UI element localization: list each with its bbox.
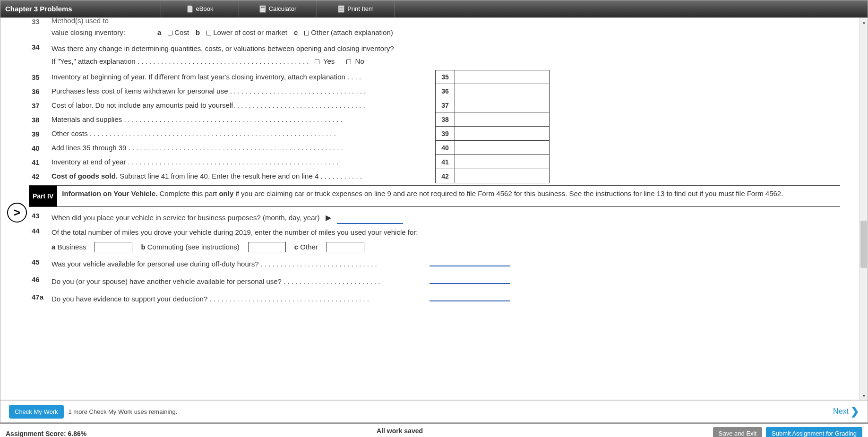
line-33-cut-text: Method(s) used to xyxy=(52,17,109,26)
checkbox-lower-cost[interactable] xyxy=(206,31,211,35)
next-button[interactable]: Next ❯ xyxy=(833,405,859,418)
line-38-number: 38 xyxy=(29,116,52,124)
assignment-score: Assignment Score: 6.86% xyxy=(6,430,86,437)
line-33-lead: value closing inventory: xyxy=(52,28,125,36)
box-39-value[interactable] xyxy=(455,127,550,141)
box-42-num: 42 xyxy=(435,169,455,183)
vertical-scrollbar[interactable]: ▴ ▾ xyxy=(859,17,868,400)
line-33-b-label: Lower of cost or market xyxy=(213,28,287,36)
submit-button[interactable]: Submit Assignment for Grading xyxy=(766,427,862,437)
checkbox-other[interactable] xyxy=(304,31,309,35)
calculator-label: Calculator xyxy=(269,5,297,12)
checkbox-no[interactable] xyxy=(346,60,351,64)
box-40-value[interactable] xyxy=(455,141,550,155)
line-35-text: Inventory at beginning of year. If diffe… xyxy=(52,71,435,83)
box-40-num: 40 xyxy=(435,141,455,155)
part-iv-description: Information on Your Vehicle. Complete th… xyxy=(57,186,788,206)
line-42-text: Cost of goods sold. Subtract line 41 fro… xyxy=(52,171,435,182)
next-label: Next xyxy=(833,407,849,416)
line-43-input[interactable] xyxy=(337,215,403,224)
line-45-number: 45 xyxy=(29,258,52,266)
check-my-work-button[interactable]: Check My Work xyxy=(9,405,64,419)
print-label: Print Item xyxy=(347,5,374,12)
line-42-rest: Subtract line 41 from line 40. Enter the… xyxy=(118,172,362,180)
action-bar: Check My Work 1 more Check My Work uses … xyxy=(0,400,868,422)
part-iv-header: Part IV Information on Your Vehicle. Com… xyxy=(29,185,840,207)
line-47a-input[interactable] xyxy=(430,293,510,301)
line-44-c-letter: c xyxy=(294,243,298,251)
checkbox-yes[interactable] xyxy=(315,60,319,64)
line-38-text: Materials and supplies . . . . . . . . .… xyxy=(52,114,435,125)
box-36-num: 36 xyxy=(435,84,455,98)
line-33-number: 33 xyxy=(29,17,52,26)
ebook-button[interactable]: eBook xyxy=(161,0,239,17)
line-46-number: 46 xyxy=(29,275,52,283)
line-44-a-input[interactable] xyxy=(95,242,132,252)
line-46-row: Do you (or your spouse) have another veh… xyxy=(52,275,840,287)
line-40-number: 40 xyxy=(29,144,52,152)
line-34-sub: If "Yes," attach explanation . . . . . .… xyxy=(52,57,309,65)
line-39-text: Other costs . . . . . . . . . . . . . . … xyxy=(52,128,435,139)
box-35-num: 35 xyxy=(435,70,455,84)
line-46-input[interactable] xyxy=(430,275,510,284)
line-33-c-letter: c xyxy=(294,28,298,36)
part-iv-only: only xyxy=(219,189,233,197)
line-44-a-letter: a xyxy=(52,243,55,251)
line-36-number: 36 xyxy=(29,87,52,95)
line-33-b-letter: b xyxy=(196,28,200,36)
box-37-num: 37 xyxy=(435,98,455,112)
save-exit-button[interactable]: Save and Exit xyxy=(713,427,762,437)
line-37-number: 37 xyxy=(29,102,52,110)
check-remaining-text: 1 more Check My Work uses remaining. xyxy=(69,408,178,415)
box-36-value[interactable] xyxy=(455,84,550,98)
part-iv-lead: Information on Your Vehicle. xyxy=(62,189,157,197)
box-38-value[interactable] xyxy=(455,112,550,127)
line-35-number: 35 xyxy=(29,73,52,81)
line-36-text: Purchases less cost of items withdrawn f… xyxy=(52,86,435,97)
scroll-up-arrow[interactable]: ▴ xyxy=(859,17,868,26)
line-44-c-input[interactable] xyxy=(327,242,364,252)
line-41-number: 41 xyxy=(29,158,52,166)
book-icon xyxy=(187,5,193,13)
line-33-a-label: Cost xyxy=(174,28,189,36)
scroll-down-arrow[interactable]: ▾ xyxy=(859,391,868,400)
calculator-button[interactable]: Calculator xyxy=(239,0,317,17)
part-iv-mid1: Complete this part xyxy=(157,189,219,197)
line-33-c-label: Other (attach explanation) xyxy=(311,28,393,36)
box-35-value[interactable] xyxy=(455,70,550,84)
line-45-text: Was your vehicle available for personal … xyxy=(52,258,430,270)
line-44-text: Of the total number of miles you drove y… xyxy=(52,227,840,238)
svg-rect-1 xyxy=(261,7,265,8)
line-41-text: Inventory at end of year . . . . . . . .… xyxy=(52,156,435,168)
page-footer: Assignment Score: 6.86% All work saved S… xyxy=(0,423,868,437)
side-nav-next[interactable]: > xyxy=(7,203,27,223)
top-toolbar: Chapter 3 Problems eBook Calculator Prin… xyxy=(0,0,868,17)
line-42-number: 42 xyxy=(29,172,52,180)
line-34-number: 34 xyxy=(29,43,52,51)
line-34-text: Was there any change in determining quan… xyxy=(52,43,840,54)
line-44-b-input[interactable] xyxy=(248,242,286,252)
chapter-title: Chapter 3 Problems xyxy=(0,0,161,17)
part-iv-mid2: if you are claiming car or truck expense… xyxy=(233,189,783,197)
save-status: All work saved xyxy=(86,427,713,435)
line-43-label: When did you place your vehicle in servi… xyxy=(52,214,320,222)
line-43-text: When did you place your vehicle in servi… xyxy=(52,212,840,224)
scroll-thumb[interactable] xyxy=(860,221,867,268)
line-44-number: 44 xyxy=(29,227,52,235)
part-iv-tag: Part IV xyxy=(29,186,57,206)
line-47a-text: Do you have evidence to support your ded… xyxy=(52,293,430,305)
box-37-value[interactable] xyxy=(455,98,550,112)
print-icon xyxy=(338,5,344,13)
line-44-b-label: Commuting (see instructions) xyxy=(147,243,240,251)
box-41-value[interactable] xyxy=(455,155,550,169)
box-42-value[interactable] xyxy=(455,169,550,183)
no-label: No xyxy=(355,57,364,65)
checkbox-cost[interactable] xyxy=(168,31,172,35)
line-33-a-letter: a xyxy=(157,28,161,36)
calculator-icon xyxy=(259,5,266,13)
print-button[interactable]: Print Item xyxy=(317,0,395,17)
cost-of-goods-table: 35 Inventory at beginning of year. If di… xyxy=(29,70,840,183)
line-39-number: 39 xyxy=(29,130,52,138)
line-40-text: Add lines 35 through 39 . . . . . . . . … xyxy=(52,142,435,154)
line-45-input[interactable] xyxy=(430,258,510,266)
